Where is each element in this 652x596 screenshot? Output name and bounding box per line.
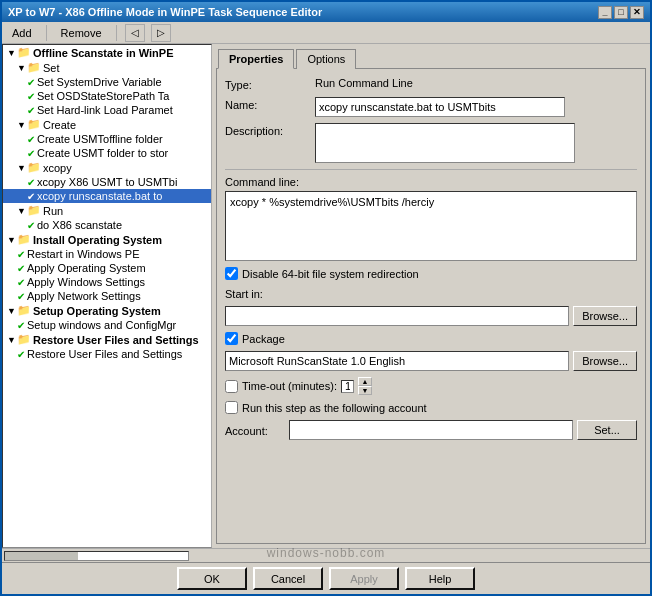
scrollbar-area bbox=[2, 548, 650, 562]
command-line-value: xcopy * %systemdrive%\USMTbits /herciy bbox=[230, 196, 434, 208]
folder-icon: 📁 bbox=[27, 118, 41, 131]
tree-item-5[interactable]: ✔ Create USMT folder to stor bbox=[3, 146, 211, 160]
ok-button[interactable]: OK bbox=[177, 567, 247, 590]
tree-item-11[interactable]: ✔ Apply Network Settings bbox=[3, 289, 211, 303]
folder-icon: 📁 bbox=[27, 161, 41, 174]
horizontal-scrollbar[interactable] bbox=[4, 551, 189, 561]
tree-item-7[interactable]: ✔ do X86 scanstate bbox=[3, 218, 211, 232]
tree-item-run[interactable]: ▼ 📁 Run bbox=[3, 203, 211, 218]
tree-item-13[interactable]: ✔ Restore User Files and Settings bbox=[3, 347, 211, 361]
tree-label: xcopy runscanstate.bat to bbox=[37, 190, 162, 202]
props-panel: Properties Options Type: Run Command Lin… bbox=[212, 44, 650, 548]
tree-label: Set OSDStateStorePath Ta bbox=[37, 90, 169, 102]
check-icon: ✔ bbox=[27, 148, 35, 159]
tree-item-12[interactable]: ✔ Setup windows and ConfigMgr bbox=[3, 318, 211, 332]
cancel-button[interactable]: Cancel bbox=[253, 567, 323, 590]
title-bar: XP to W7 - X86 Offline Mode in WinPE Tas… bbox=[2, 2, 650, 22]
check-icon: ✔ bbox=[27, 134, 35, 145]
description-label: Description: bbox=[225, 123, 315, 137]
folder-icon: 📁 bbox=[17, 233, 31, 246]
tree-item-selected[interactable]: ✔ xcopy runscanstate.bat to bbox=[3, 189, 211, 203]
tree-root-label: Offline Scanstate in WinPE bbox=[33, 47, 173, 59]
tree-item-4[interactable]: ✔ Create USMToffline folder bbox=[3, 132, 211, 146]
main-window: XP to W7 - X86 Offline Mode in WinPE Tas… bbox=[0, 0, 652, 596]
tree-item-6[interactable]: ✔ xcopy X86 USMT to USMTbi bbox=[3, 175, 211, 189]
tree-label: do X86 scanstate bbox=[37, 219, 122, 231]
tree-item-restore[interactable]: ▼ 📁 Restore User Files and Settings bbox=[3, 332, 211, 347]
account-input[interactable] bbox=[289, 420, 573, 440]
tree-panel[interactable]: ▼ 📁 Offline Scanstate in WinPE ▼ 📁 Set ✔… bbox=[2, 44, 212, 548]
tree-item-1[interactable]: ✔ Set SystemDrive Variable bbox=[3, 75, 211, 89]
disable-64bit-checkbox[interactable] bbox=[225, 267, 238, 280]
check-icon: ✔ bbox=[17, 263, 25, 274]
spinner-up[interactable]: ▲ bbox=[358, 377, 372, 386]
tree-label: Setup windows and ConfigMgr bbox=[27, 319, 176, 331]
tree-label: Create USMT folder to stor bbox=[37, 147, 168, 159]
check-icon: ✔ bbox=[27, 191, 35, 202]
check-icon: ✔ bbox=[27, 77, 35, 88]
close-button[interactable]: ✕ bbox=[630, 6, 644, 19]
help-button[interactable]: Help bbox=[405, 567, 475, 590]
browse-button-2[interactable]: Browse... bbox=[573, 351, 637, 371]
tree-item-9[interactable]: ✔ Apply Operating System bbox=[3, 261, 211, 275]
tab-bar: Properties Options bbox=[212, 44, 650, 68]
menu-bar: Add Remove ◁ ▷ bbox=[2, 22, 650, 44]
type-row: Type: Run Command Line bbox=[225, 77, 637, 91]
command-line-label: Command line: bbox=[225, 176, 637, 188]
disable-64bit-row: Disable 64-bit file system redirection bbox=[225, 267, 637, 280]
tree-item-3[interactable]: ✔ Set Hard-link Load Paramet bbox=[3, 103, 211, 117]
start-in-row: Start in: bbox=[225, 286, 637, 300]
run-as-label: Run this step as the following account bbox=[242, 402, 427, 414]
account-row: Account: Set... bbox=[225, 420, 637, 440]
package-checkbox[interactable] bbox=[225, 332, 238, 345]
tree-label: xcopy X86 USMT to USMTbi bbox=[37, 176, 177, 188]
toolbar-back-icon[interactable]: ◁ bbox=[125, 24, 145, 42]
timeout-checkbox[interactable] bbox=[225, 380, 238, 393]
tree-item-2[interactable]: ✔ Set OSDStateStorePath Ta bbox=[3, 89, 211, 103]
tree-item-create[interactable]: ▼ 📁 Create bbox=[3, 117, 211, 132]
set-button[interactable]: Set... bbox=[577, 420, 637, 440]
name-input[interactable] bbox=[315, 97, 565, 117]
run-as-row: Run this step as the following account bbox=[225, 401, 637, 414]
tab-options[interactable]: Options bbox=[296, 49, 356, 69]
tree-label: Create bbox=[43, 119, 76, 131]
maximize-button[interactable]: □ bbox=[614, 6, 628, 19]
tree-item-setup-os[interactable]: ▼ 📁 Setup Operating System bbox=[3, 303, 211, 318]
check-icon: ✔ bbox=[17, 277, 25, 288]
browse-button-1[interactable]: Browse... bbox=[573, 306, 637, 326]
menu-remove[interactable]: Remove bbox=[55, 25, 108, 41]
tree-label: Apply Operating System bbox=[27, 262, 146, 274]
timeout-input[interactable] bbox=[341, 380, 354, 393]
tab-properties[interactable]: Properties bbox=[218, 49, 294, 69]
apply-button[interactable]: Apply bbox=[329, 567, 399, 590]
expand-arrow: ▼ bbox=[17, 163, 27, 173]
package-browse-row: Browse... bbox=[225, 351, 637, 371]
package-label: Package bbox=[242, 333, 285, 345]
tree-item-10[interactable]: ✔ Apply Windows Settings bbox=[3, 275, 211, 289]
tree-item-install-os[interactable]: ▼ 📁 Install Operating System bbox=[3, 232, 211, 247]
toolbar-forward-icon[interactable]: ▷ bbox=[151, 24, 171, 42]
check-icon: ✔ bbox=[17, 249, 25, 260]
expand-arrow: ▼ bbox=[17, 63, 27, 73]
expand-arrow: ▼ bbox=[7, 335, 17, 345]
tree-label: Setup Operating System bbox=[33, 305, 161, 317]
expand-arrow: ▼ bbox=[17, 120, 27, 130]
timeout-input-row: ▲ ▼ bbox=[341, 377, 372, 395]
timeout-label: Time-out (minutes): bbox=[242, 380, 337, 392]
spinner-down[interactable]: ▼ bbox=[358, 386, 372, 395]
minimize-button[interactable]: _ bbox=[598, 6, 612, 19]
run-as-checkbox[interactable] bbox=[225, 401, 238, 414]
tree-item-8[interactable]: ✔ Restart in Windows PE bbox=[3, 247, 211, 261]
package-input[interactable] bbox=[225, 351, 569, 371]
menu-add[interactable]: Add bbox=[6, 25, 38, 41]
command-area-wrapper: xcopy * %systemdrive%\USMTbits /herciy bbox=[225, 191, 637, 261]
start-in-input[interactable] bbox=[225, 306, 569, 326]
tree-item-set[interactable]: ▼ 📁 Set bbox=[3, 60, 211, 75]
description-input[interactable] bbox=[315, 123, 575, 163]
tree-root[interactable]: ▼ 📁 Offline Scanstate in WinPE bbox=[3, 45, 211, 60]
disable-64bit-label: Disable 64-bit file system redirection bbox=[242, 268, 419, 280]
expand-arrow: ▼ bbox=[7, 306, 17, 316]
check-icon: ✔ bbox=[27, 105, 35, 116]
name-row: Name: bbox=[225, 97, 637, 117]
tree-item-xcopy[interactable]: ▼ 📁 xcopy bbox=[3, 160, 211, 175]
